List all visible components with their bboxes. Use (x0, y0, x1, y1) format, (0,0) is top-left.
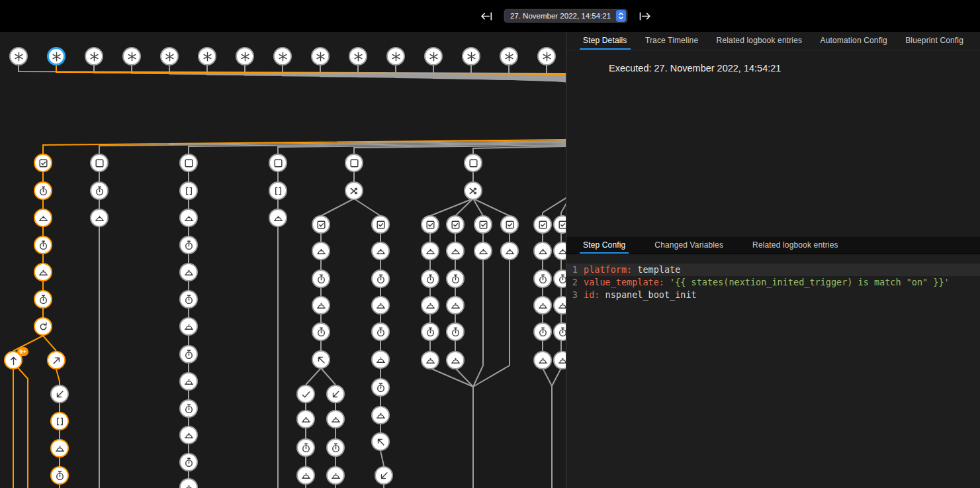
delay-timer-node[interactable] (446, 269, 465, 288)
service-call-node[interactable] (312, 296, 330, 315)
delay-timer-node[interactable] (50, 466, 69, 485)
service-call-node[interactable] (533, 296, 552, 315)
trigger-node[interactable] (349, 47, 367, 66)
service-call-node[interactable] (446, 296, 465, 315)
delay-timer-node[interactable] (179, 290, 198, 309)
service-call-node[interactable] (179, 317, 198, 336)
service-call-node[interactable] (179, 263, 198, 281)
delay-timer-node[interactable] (371, 269, 390, 288)
delay-timer-node[interactable] (326, 438, 345, 457)
trigger-node[interactable] (537, 47, 556, 66)
condition-checked-node[interactable] (446, 215, 465, 234)
delay-timer-node[interactable] (421, 269, 439, 288)
delay-timer-node[interactable] (312, 269, 330, 288)
trigger-node[interactable] (311, 47, 330, 66)
delay-timer-node[interactable] (34, 236, 52, 254)
delay-timer-node[interactable] (34, 290, 52, 309)
condition-checked-node[interactable] (34, 154, 52, 172)
delay-timer-node[interactable] (179, 453, 198, 471)
condition-checked-node[interactable] (553, 215, 566, 234)
tab-changed-variables[interactable]: Changed Variables (651, 237, 727, 254)
service-call-node[interactable] (296, 410, 315, 428)
arrow-sw-node[interactable] (50, 385, 69, 403)
delay-timer-node[interactable] (553, 322, 566, 341)
service-call-node[interactable] (269, 209, 287, 227)
condition-checked-node[interactable] (371, 215, 390, 234)
trigger-node[interactable] (236, 47, 254, 66)
delay-timer-node[interactable] (553, 269, 566, 288)
service-call-node[interactable] (446, 351, 465, 369)
service-call-node[interactable] (179, 478, 198, 488)
arrow-nw-node[interactable] (371, 432, 390, 451)
service-call-node[interactable] (179, 426, 198, 444)
condition-blank-node[interactable] (90, 154, 109, 172)
arrow-ne-node[interactable] (47, 351, 66, 369)
choose-branch-node[interactable] (345, 181, 363, 200)
service-call-node[interactable] (296, 466, 315, 485)
delay-timer-node[interactable] (533, 269, 552, 288)
service-call-node[interactable] (312, 242, 330, 260)
arrow-sw-node[interactable] (375, 466, 393, 485)
service-call-node[interactable] (50, 439, 69, 458)
arrow-nw-node[interactable] (312, 350, 330, 369)
service-call-node[interactable] (371, 350, 390, 369)
service-call-node[interactable] (179, 372, 198, 391)
tab-related-logbook-entries[interactable]: Related logbook entries (713, 32, 806, 50)
service-call-node[interactable] (421, 296, 439, 315)
trigger-node[interactable] (198, 47, 216, 66)
delay-timer-node[interactable] (371, 322, 390, 341)
trigger-node[interactable] (500, 47, 518, 66)
condition-checked-node[interactable] (421, 215, 439, 234)
delay-timer-node[interactable] (179, 236, 198, 254)
service-call-node[interactable] (533, 351, 552, 369)
condition-checked-node[interactable] (533, 215, 552, 234)
delay-timer-node[interactable] (179, 399, 198, 418)
trigger-node[interactable] (85, 47, 103, 66)
repeat-node[interactable] (34, 317, 52, 336)
arrow-up-node[interactable]: 9+ (4, 351, 22, 369)
delay-timer-node[interactable] (34, 181, 52, 200)
service-call-node[interactable] (500, 242, 519, 260)
delay-timer-node[interactable] (446, 322, 465, 341)
arrow-sw-node[interactable] (326, 385, 345, 403)
trigger-node[interactable] (9, 47, 28, 66)
service-call-node[interactable] (533, 242, 552, 260)
service-call-node[interactable] (371, 406, 390, 424)
condition-blank-node[interactable] (179, 154, 198, 172)
service-call-node[interactable] (326, 410, 345, 428)
tab-step-details[interactable]: Step Details (580, 32, 631, 50)
service-call-node[interactable] (553, 351, 566, 369)
previous-trace-button[interactable] (478, 9, 494, 24)
tab-automation-config[interactable]: Automation Config (817, 32, 891, 50)
service-call-node[interactable] (446, 242, 465, 260)
trigger-node[interactable] (160, 47, 179, 66)
service-call-node[interactable] (421, 351, 439, 369)
tab-blueprint-config[interactable]: Blueprint Config (902, 32, 967, 50)
tab-related-logbook-entries[interactable]: Related logbook entries (749, 237, 842, 254)
delay-timer-node[interactable] (421, 322, 439, 341)
tab-trace-timeline[interactable]: Trace Timeline (642, 32, 701, 50)
delay-timer-node[interactable] (179, 345, 198, 364)
check-node[interactable] (296, 385, 315, 403)
condition-checked-node[interactable] (312, 215, 330, 234)
condition-blank-node[interactable] (269, 154, 287, 172)
condition-blank-node[interactable] (464, 154, 482, 172)
service-call-node[interactable] (553, 242, 566, 260)
trigger-node[interactable] (424, 47, 443, 66)
delay-timer-node[interactable] (371, 378, 390, 397)
service-call-node[interactable] (371, 296, 390, 315)
condition-blank-node[interactable] (345, 154, 363, 172)
service-call-node[interactable] (90, 209, 109, 227)
delay-timer-node[interactable] (533, 322, 552, 341)
service-call-node[interactable] (474, 242, 492, 260)
trigger-node[interactable] (273, 47, 292, 66)
trace-selector-dropdown[interactable]: 27. November 2022, 14:54:21 (504, 9, 628, 23)
delay-timer-node[interactable] (90, 181, 109, 200)
service-call-node[interactable] (179, 209, 198, 227)
next-trace-button[interactable] (637, 9, 654, 24)
condition-checked-node[interactable] (500, 215, 519, 234)
delay-timer-node[interactable] (312, 322, 330, 341)
code-brackets-node[interactable] (50, 412, 69, 430)
choose-branch-node[interactable] (464, 181, 482, 200)
service-call-node[interactable] (371, 242, 390, 260)
